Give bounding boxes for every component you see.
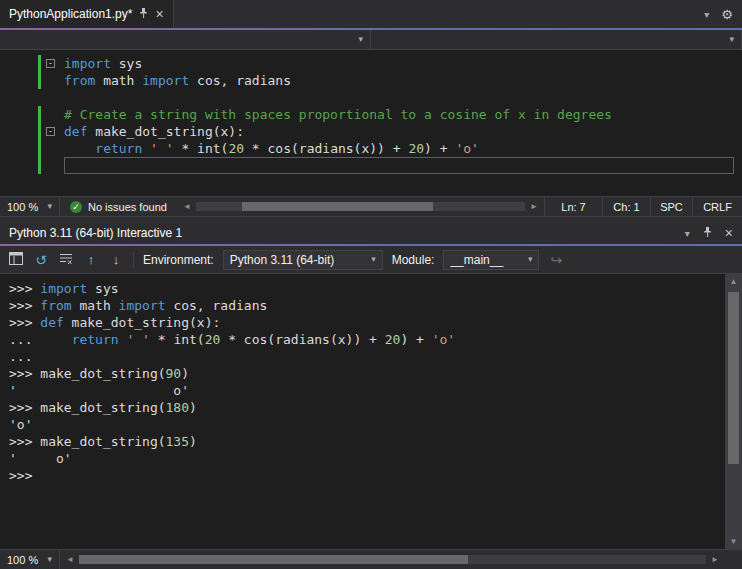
send-to-source-icon[interactable]: ↪ [548,252,564,268]
token-pl: math [95,73,142,88]
token-pl: ' o' [9,383,189,398]
repl-vertical-scrollbar: ▲ ▼ [725,274,742,549]
chevron-down-icon: ▾ [358,35,363,44]
token-pr: >>> [9,434,40,449]
token-pl: make_dot_string( [40,366,165,381]
panel-title: Python 3.11 (64-bit) Interactive 1 [9,226,182,240]
token-pl: * cos(radians(x)) + [220,332,384,347]
token-str: ' ' [150,141,173,156]
repl-vscroll-track[interactable] [725,289,742,534]
repl-vscroll-thumb[interactable] [728,292,739,464]
token-pl: sys [111,56,142,71]
pin-icon[interactable] [703,226,712,241]
clear-all-icon[interactable] [58,252,74,268]
editor-zoom-dropdown[interactable]: 100 % ▾ [0,197,60,216]
scrollbar-corner [725,550,742,569]
editor-hscroll-track[interactable] [196,202,525,211]
repl-line: ... return ' ' * int(20 * cos(radians(x)… [9,331,725,348]
reset-icon[interactable]: ↺ [33,252,49,268]
change-tracking-bar [38,123,41,140]
scroll-left-icon[interactable]: ◄ [180,202,194,211]
collapse-minus-icon[interactable]: - [46,59,55,68]
tab-title: PythonApplication1.py* [9,7,132,21]
token-kw: def [64,124,87,139]
fold-collapse-control[interactable]: - [46,55,64,72]
navigation-bar: ▾ ▾ [0,30,742,50]
editor-line-text [64,89,734,106]
status-indent-mode[interactable]: SPC [650,197,692,216]
editor-line-text: from math import cos, radians [64,72,734,89]
editor-line[interactable]: -def make_dot_string(x): [0,123,742,140]
token-pl: * cos(radians(x)) + [244,141,408,156]
repl-hscroll-track[interactable] [79,555,706,564]
window-position-icon[interactable]: ▾ [685,229,690,238]
editor-line[interactable]: -import sys [0,55,742,72]
history-previous-icon[interactable]: ↑ [83,252,99,267]
status-line-ending[interactable]: CRLF [692,197,742,216]
token-pl: * int( [174,141,229,156]
token-pl: ) [181,366,189,381]
scroll-up-icon[interactable]: ▲ [725,274,742,289]
fold-collapse-control[interactable]: - [46,123,64,140]
token-pl: make_dot_string( [40,400,165,415]
editor-line[interactable]: # Create a string with spaces proportion… [0,106,742,123]
repl-line: ... [9,348,725,365]
token-str: 'o' [432,332,455,347]
editor-line[interactable] [0,89,742,106]
pin-icon-glyph [703,226,712,238]
scroll-right-icon[interactable]: ► [527,202,541,211]
change-tracking-bar [38,72,41,89]
visual-studio-window: PythonApplication1.py* × ▾ ⚙ ▾ ▾ -import… [0,0,742,569]
environment-dropdown[interactable]: Python 3.11 (64-bit) ▾ [223,250,383,270]
repl-output[interactable]: >>> import sys>>> from math import cos, … [0,274,725,549]
token-num: 20 [385,332,401,347]
fold-spacer [46,140,64,157]
collapse-minus-icon[interactable]: - [46,127,55,136]
token-pl: cos, radians [166,298,268,313]
environment-window-icon[interactable] [8,252,24,268]
scroll-left-icon[interactable]: ◄ [63,555,77,564]
issues-indicator[interactable]: ✓ No issues found [60,201,177,213]
close-icon[interactable]: × [155,8,163,20]
change-tracking-bar [38,157,41,174]
token-kw: from [64,73,95,88]
pin-icon[interactable] [139,7,148,21]
module-value: __main__ [450,253,503,267]
editor-hscroll-thumb[interactable] [242,202,433,211]
editor-line[interactable]: from math import cos, radians [0,72,742,89]
members-dropdown[interactable]: ▾ [371,30,742,49]
environment-label: Environment: [143,253,214,267]
close-icon[interactable]: × [725,225,733,241]
repl-zoom-dropdown[interactable]: 100 % ▾ [0,550,60,569]
repl-line: >>> make_dot_string(135) [9,433,725,450]
scroll-down-icon[interactable]: ▼ [725,534,742,549]
editor-current-line[interactable] [0,157,742,174]
token-pl: ) + [424,141,455,156]
interactive-panel-header[interactable]: Python 3.11 (64-bit) Interactive 1 ▾ × [0,222,742,244]
fold-spacer [46,72,64,89]
editor-horizontal-scrollbar: ◄ ► [177,197,544,216]
token-pl: ) + [400,332,431,347]
editor-line-text: # Create a string with spaces proportion… [64,106,734,123]
token-pl [40,332,71,347]
interactive-toolbar: ↺ ↑ ↓ Environment: Python 3.11 (64-bit) … [0,246,742,274]
editor-line[interactable]: return ' ' * int(20 * cos(radians(x)) + … [0,140,742,157]
chevron-down-icon[interactable]: ▾ [704,10,709,19]
issues-message: No issues found [88,201,167,213]
tab-bar-options: ▾ ⚙ [704,0,742,28]
module-dropdown[interactable]: __main__ ▾ [443,250,539,270]
repl-line: >>> make_dot_string(180) [9,399,725,416]
change-tracking-bar [38,140,41,157]
token-kw: return [95,141,142,156]
scroll-right-icon[interactable]: ► [708,555,722,564]
repl-hscroll-thumb[interactable] [79,555,468,564]
repl-line: >>> def make_dot_string(x): [9,314,725,331]
types-dropdown[interactable]: ▾ [0,30,371,49]
editor-code[interactable]: -import sysfrom math import cos, radians… [0,50,742,196]
chevron-down-icon: ▾ [47,555,52,564]
gear-icon[interactable]: ⚙ [721,7,733,22]
history-next-icon[interactable]: ↓ [108,252,124,267]
tab-pythonapplication1[interactable]: PythonApplication1.py* × [0,0,174,28]
token-pr: >>> [9,468,40,483]
repl-line: 'o' [9,416,725,433]
